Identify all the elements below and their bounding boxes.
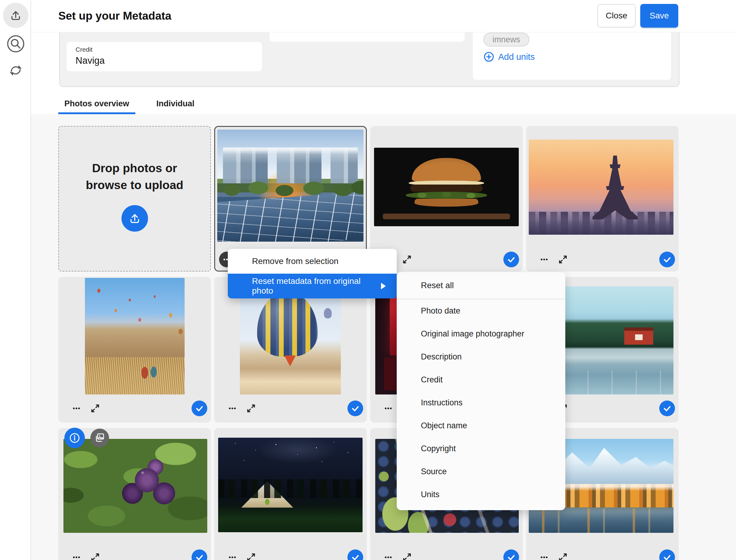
selected-check[interactable] bbox=[503, 252, 519, 267]
sidebar-item-sync[interactable] bbox=[5, 60, 26, 81]
more-options-button[interactable] bbox=[226, 551, 239, 560]
photo-cappadocia-balloons[interactable] bbox=[85, 278, 185, 394]
add-units-label: Add units bbox=[498, 52, 535, 62]
expand-button[interactable] bbox=[400, 551, 414, 560]
info-badge[interactable] bbox=[64, 428, 85, 448]
selected-check[interactable] bbox=[347, 549, 363, 560]
save-button[interactable]: Save bbox=[640, 4, 678, 27]
menu-item-reset-metadata[interactable]: Reset metadata from original photo bbox=[228, 274, 397, 298]
expand-button[interactable] bbox=[400, 253, 414, 266]
tab-individual[interactable]: Individual bbox=[150, 95, 201, 114]
submenu-item-object-name[interactable]: Object name bbox=[397, 414, 565, 437]
context-menu: Remove from selection Reset metadata fro… bbox=[228, 249, 397, 298]
expand-button[interactable] bbox=[556, 253, 570, 266]
more-options-button[interactable] bbox=[382, 551, 395, 560]
header: Set up your Metadata Close Save bbox=[31, 0, 736, 32]
sync-icon bbox=[8, 62, 24, 79]
selected-check[interactable] bbox=[503, 549, 519, 560]
photo-burger[interactable] bbox=[374, 148, 519, 226]
photo-night-camping[interactable] bbox=[218, 438, 363, 532]
page-title: Set up your Metadata bbox=[58, 0, 171, 32]
dropzone[interactable]: Drop photos or browse to upload bbox=[58, 126, 211, 272]
more-options-button[interactable] bbox=[70, 402, 83, 415]
selected-check[interactable] bbox=[659, 252, 675, 267]
more-options-button[interactable] bbox=[70, 551, 83, 560]
more-options-button[interactable] bbox=[226, 402, 239, 415]
photo-plums-on-branch[interactable] bbox=[63, 439, 207, 533]
burger-bun-bottom-shape bbox=[415, 199, 478, 207]
info-icon bbox=[67, 431, 82, 445]
dropzone-text: Drop photos or browse to upload bbox=[59, 160, 210, 194]
expand-button[interactable] bbox=[556, 551, 570, 560]
selected-check[interactable] bbox=[192, 549, 207, 560]
gallery-badge[interactable] bbox=[90, 429, 109, 447]
dropzone-line1: Drop photos or bbox=[59, 160, 210, 177]
menu-item-reset-metadata-label: Reset metadata from original photo bbox=[252, 276, 381, 296]
more-options-button[interactable] bbox=[382, 402, 395, 415]
expand-button[interactable] bbox=[89, 402, 102, 415]
add-units-button[interactable]: Add units bbox=[483, 51, 535, 62]
more-options-button[interactable] bbox=[537, 253, 551, 266]
burger-patty-shape bbox=[410, 185, 483, 191]
menu-item-remove-from-selection[interactable]: Remove from selection bbox=[228, 249, 397, 274]
units-chip[interactable]: imnews bbox=[483, 33, 529, 47]
expand-button[interactable] bbox=[244, 402, 258, 415]
credit-label: Credit bbox=[76, 46, 92, 53]
submenu-item-original-image-photographer[interactable]: Original image photographer bbox=[397, 322, 565, 345]
sidebar bbox=[0, 0, 31, 560]
submenu-item-description[interactable]: Description bbox=[397, 345, 565, 368]
dropzone-line2: browse to upload bbox=[59, 177, 210, 194]
submenu-arrow-icon bbox=[381, 283, 386, 289]
submenu-item-photo-date[interactable]: Photo date bbox=[397, 299, 565, 322]
metadata-setup-screen: Credit Naviga imnews Add units Set up yo… bbox=[0, 0, 736, 560]
photo-eiffel-tower-sunset[interactable] bbox=[529, 140, 673, 235]
submenu-item-reset-all[interactable]: Reset all bbox=[397, 272, 565, 299]
submenu-item-source[interactable]: Source bbox=[397, 460, 565, 483]
selected-check[interactable] bbox=[347, 401, 363, 416]
submenu-item-copyright[interactable]: Copyright bbox=[397, 437, 565, 460]
eiffel-tower-silhouette bbox=[592, 156, 638, 220]
submenu-item-credit[interactable]: Credit bbox=[397, 368, 565, 391]
tab-bar: Photos overview Individual bbox=[58, 95, 201, 114]
tent-shape bbox=[241, 481, 293, 508]
plus-circle-icon bbox=[483, 51, 494, 62]
credit-field[interactable]: Credit Naviga bbox=[66, 42, 262, 71]
selected-check[interactable] bbox=[659, 401, 675, 416]
credit-value: Naviga bbox=[76, 55, 105, 66]
submenu-item-instructions[interactable]: Instructions bbox=[397, 391, 565, 414]
search-icon bbox=[6, 34, 25, 53]
photo-solar-panels-city[interactable] bbox=[217, 130, 363, 242]
expand-button[interactable] bbox=[244, 551, 258, 560]
upload-button[interactable] bbox=[121, 205, 148, 232]
balloon-envelope-shape bbox=[257, 292, 318, 357]
burger-board-shape bbox=[383, 214, 510, 219]
selected-check[interactable] bbox=[192, 401, 207, 416]
selected-check[interactable] bbox=[659, 549, 675, 560]
reset-submenu: Reset all Photo date Original image phot… bbox=[397, 272, 565, 510]
sidebar-item-search[interactable] bbox=[5, 33, 26, 54]
expand-button[interactable] bbox=[89, 551, 102, 560]
photo-hot-air-balloon[interactable] bbox=[240, 286, 341, 394]
upload-icon bbox=[128, 211, 142, 225]
burger-greens-shape bbox=[406, 192, 487, 199]
solar-panels-shape bbox=[217, 191, 363, 242]
burger-bun-shape bbox=[412, 158, 481, 182]
more-options-button[interactable] bbox=[537, 551, 551, 560]
tab-photos-overview[interactable]: Photos overview bbox=[58, 95, 135, 114]
gallery-icon bbox=[93, 431, 106, 445]
sidebar-item-upload[interactable] bbox=[3, 3, 28, 28]
close-button[interactable]: Close bbox=[597, 4, 636, 27]
upload-icon bbox=[9, 8, 23, 22]
submenu-item-units[interactable]: Units bbox=[397, 483, 565, 506]
